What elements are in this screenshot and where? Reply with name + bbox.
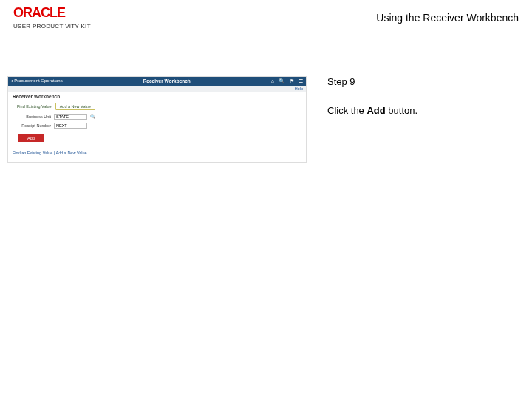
add-form: Business Unit 🔍 Receipt Number Add <box>8 112 306 146</box>
help-link[interactable]: Help <box>8 86 306 92</box>
page-title: Using the Receiver Workbench <box>376 12 519 24</box>
lookup-icon[interactable]: 🔍 <box>90 115 95 120</box>
brand-block: ORACLE USER PRODUCTIVITY KIT <box>13 6 91 30</box>
tab-find-existing[interactable]: Find Existing Value <box>13 103 56 111</box>
back-nav[interactable]: ‹ Procurement Operations <box>11 78 63 84</box>
app-toolbar-icons: ⌂ 🔍 ⚑ ☰ <box>271 78 303 84</box>
tab-add-new[interactable]: Add a New Value <box>56 103 95 111</box>
step-number: Step 9 <box>327 76 523 87</box>
id-label: Receipt Number <box>14 123 51 129</box>
bu-label: Business Unit <box>14 115 51 120</box>
home-icon[interactable]: ⌂ <box>271 78 274 84</box>
id-input[interactable] <box>54 123 87 129</box>
oracle-logo: ORACLE <box>13 6 91 19</box>
search-icon[interactable]: 🔍 <box>279 78 285 84</box>
tab-strip: Find Existing Value Add a New Value <box>8 101 306 112</box>
app-screenshot: ‹ Procurement Operations Receiver Workbe… <box>7 76 307 163</box>
instruction-panel: Step 9 Click the Add button. <box>314 35 532 163</box>
step-instruction: Click the Add button. <box>327 105 523 116</box>
screenshot-panel: ‹ Procurement Operations Receiver Workbe… <box>0 35 314 163</box>
app-title: Receiver Workbench <box>63 78 271 84</box>
step-text-prefix: Click the <box>327 105 366 116</box>
step-text-suffix: button. <box>386 105 417 116</box>
section-heading: Receiver Workbench <box>8 92 306 101</box>
upk-subbrand: USER PRODUCTIVITY KIT <box>13 21 91 30</box>
back-label: Procurement Operations <box>14 78 62 83</box>
footer-tab-links[interactable]: Find an Existing Value | Add a New Value <box>8 146 306 162</box>
flag-icon[interactable]: ⚑ <box>290 78 294 84</box>
bu-input[interactable] <box>54 114 87 120</box>
step-text-bold: Add <box>366 105 385 116</box>
app-topbar: ‹ Procurement Operations Receiver Workbe… <box>8 77 306 86</box>
add-button[interactable]: Add <box>18 134 44 142</box>
menu-lines-icon[interactable]: ☰ <box>299 78 303 84</box>
chevron-left-icon: ‹ <box>11 78 13 84</box>
